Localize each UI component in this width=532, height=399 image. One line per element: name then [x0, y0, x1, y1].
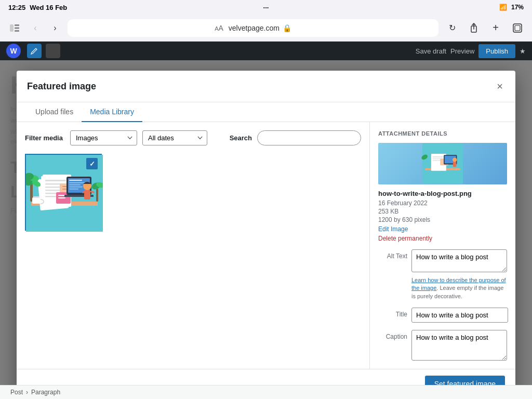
- search-input[interactable]: [257, 130, 361, 145]
- svg-rect-28: [69, 184, 81, 185]
- svg-rect-27: [69, 182, 85, 183]
- filter-type-select[interactable]: ImagesAll media itemsAudioVideo: [70, 130, 137, 145]
- publish-button[interactable]: Publish: [478, 44, 515, 58]
- attachment-date: 16 February 2022: [378, 200, 507, 207]
- caption-label: Caption: [378, 330, 407, 340]
- attachment-details-heading: ATTACHMENT DETAILS: [378, 130, 507, 137]
- modal-tabs: Upload files Media Library: [17, 102, 515, 122]
- preview-button[interactable]: Preview: [450, 47, 474, 55]
- attachment-thumbnail: [378, 143, 507, 184]
- sidebar-toggle-button[interactable]: [6, 20, 23, 36]
- star-button[interactable]: ★: [520, 47, 526, 55]
- title-field-row: Title: [378, 308, 507, 323]
- svg-rect-41: [96, 189, 98, 202]
- alt-text-learn-link[interactable]: Learn how to describe the purpose of the…: [411, 277, 506, 291]
- media-grid: ✓: [25, 154, 361, 231]
- title-input[interactable]: [411, 308, 508, 323]
- breadcrumb-separator: ›: [26, 389, 28, 396]
- breadcrumb-item-paragraph: Paragraph: [31, 389, 60, 396]
- filter-row: Filter media ImagesAll media itemsAudioV…: [25, 130, 361, 145]
- svg-rect-26: [69, 180, 82, 181]
- lock-icon: 🔒: [283, 24, 291, 32]
- battery-indicator: 17%: [511, 4, 524, 11]
- wp-logo: W: [6, 44, 21, 58]
- caption-field-row: Caption How to write a blog post: [378, 330, 507, 361]
- status-bar: 12:25 Wed 16 Feb ··· 📶 17%: [0, 0, 532, 15]
- page-background: H In twe wwithele Ta Lo Fir Featured ima…: [0, 60, 532, 399]
- svg-rect-56: [453, 162, 456, 167]
- alt-text-label: Alt Text: [378, 249, 407, 260]
- attachment-dimensions: 1200 by 630 pixels: [378, 216, 507, 223]
- filter-date-select[interactable]: All datesFebruary 2022January 2022: [142, 130, 207, 145]
- svg-rect-12: [45, 180, 66, 181]
- svg-rect-45: [33, 196, 39, 198]
- media-panel: Filter media ImagesAll media itemsAudioV…: [17, 122, 370, 369]
- svg-rect-3: [15, 30, 19, 32]
- svg-rect-30: [69, 189, 78, 190]
- svg-rect-6: [515, 25, 520, 31]
- delete-permanently-link[interactable]: Delete permanently: [378, 235, 507, 242]
- alt-text-hint: Learn how to describe the purpose of the…: [411, 276, 507, 300]
- svg-rect-0: [10, 24, 14, 32]
- tab-upload-files[interactable]: Upload files: [27, 102, 82, 122]
- breadcrumb-item-post: Post: [10, 389, 23, 396]
- attachment-details-panel: ATTACHMENT DETAILS: [370, 122, 515, 369]
- svg-rect-44: [32, 197, 41, 204]
- address-text: velvetpage.com: [229, 24, 280, 32]
- browser-chrome: ‹ › AA velvetpage.com 🔒 ↻ +: [0, 15, 532, 42]
- address-bar[interactable]: AA velvetpage.com 🔒: [68, 19, 438, 37]
- svg-rect-15: [45, 190, 61, 191]
- wp-toolbar-icon1[interactable]: [46, 44, 60, 58]
- status-time: 12:25: [8, 4, 25, 11]
- featured-image-modal: Featured image × Upload files Media Libr…: [17, 71, 515, 398]
- status-dots: ···: [263, 4, 269, 11]
- filter-media-label: Filter media: [25, 134, 63, 142]
- wp-edit-button[interactable]: [27, 44, 42, 58]
- media-selected-check: ✓: [86, 158, 98, 169]
- text-size-button: AA: [215, 24, 223, 32]
- share-button[interactable]: [466, 20, 482, 36]
- modal-header: Featured image ×: [17, 71, 515, 102]
- svg-rect-49: [433, 156, 444, 157]
- modal-overlay: Featured image × Upload files Media Libr…: [0, 60, 532, 399]
- attachment-filesize: 253 KB: [378, 208, 507, 215]
- alt-text-input[interactable]: How to write a blog post: [411, 249, 507, 272]
- svg-rect-23: [58, 197, 65, 198]
- svg-rect-1: [15, 24, 19, 26]
- alt-text-field-row: Alt Text How to write a blog post Learn …: [378, 249, 507, 300]
- wifi-icon: 📶: [499, 4, 507, 11]
- media-item[interactable]: ✓: [25, 154, 102, 231]
- save-draft-button[interactable]: Save draft: [416, 47, 446, 55]
- back-button[interactable]: ‹: [28, 21, 43, 35]
- title-label: Title: [378, 308, 407, 318]
- new-tab-button[interactable]: +: [487, 20, 504, 36]
- svg-point-55: [453, 157, 457, 162]
- modal-body: Filter media ImagesAll media itemsAudioV…: [17, 122, 515, 369]
- wp-toolbar: W Save draft Preview Publish ★: [0, 42, 532, 60]
- refresh-button[interactable]: ↻: [444, 20, 460, 36]
- search-label: Search: [230, 134, 252, 142]
- caption-input[interactable]: How to write a blog post: [411, 330, 507, 361]
- breadcrumb-bar: Post › Paragraph: [0, 385, 532, 399]
- status-date: Wed 16 Feb: [30, 4, 67, 11]
- svg-rect-2: [15, 27, 19, 29]
- modal-close-button[interactable]: ×: [495, 79, 505, 94]
- forward-button[interactable]: ›: [48, 21, 62, 35]
- tabs-button[interactable]: [509, 20, 526, 36]
- edit-image-link[interactable]: Edit Image: [378, 225, 507, 233]
- attachment-filename: how-to-write-a-blog-post.png: [378, 190, 507, 197]
- modal-title: Featured image: [27, 81, 96, 92]
- tab-media-library[interactable]: Media Library: [82, 102, 142, 122]
- svg-rect-29: [69, 187, 83, 188]
